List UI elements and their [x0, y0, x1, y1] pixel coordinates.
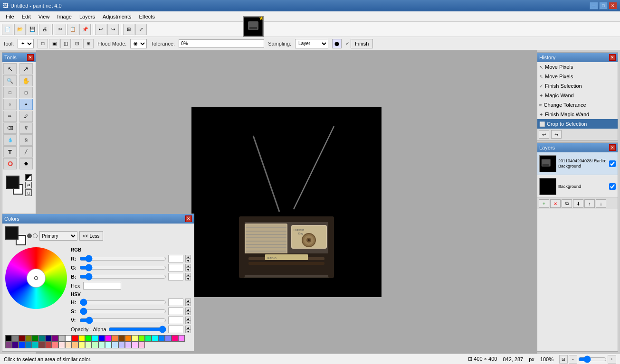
palette-color[interactable] — [58, 342, 65, 348]
layer-item-0[interactable]: 20110404204028! Radio: Background — [537, 152, 618, 175]
palette-color[interactable] — [5, 335, 12, 342]
palette-color[interactable] — [118, 335, 125, 342]
r-up[interactable]: ▲ — [185, 255, 191, 259]
layers-close-btn[interactable]: ✕ — [609, 144, 616, 151]
s-up[interactable]: ▲ — [185, 308, 191, 311]
palette-color[interactable] — [92, 342, 98, 348]
selection-replace[interactable]: □ — [38, 39, 48, 48]
opacity-down[interactable]: ▼ — [185, 329, 191, 333]
palette-color[interactable] — [92, 335, 98, 342]
tool-move[interactable]: ↗ — [19, 63, 33, 75]
tool-pan[interactable]: ✋ — [19, 75, 33, 86]
tool-fill[interactable]: ∇ — [19, 122, 33, 134]
palette-color[interactable] — [98, 342, 105, 348]
tool-magic-wand[interactable]: ✦ — [19, 99, 33, 110]
selection-subtract[interactable]: ◫ — [60, 39, 71, 48]
palette-color[interactable] — [78, 335, 85, 342]
color-wheel-container[interactable] — [5, 247, 67, 309]
palette-color[interactable] — [12, 342, 19, 348]
merge-layer-btn[interactable]: ⬇ — [573, 199, 583, 208]
palette-color[interactable] — [138, 342, 145, 348]
g-value[interactable]: 17 — [168, 264, 183, 271]
palette-color[interactable] — [32, 335, 38, 342]
history-item-6[interactable]: ⬜ Crop to Selection — [537, 119, 618, 129]
save-btn[interactable]: 💾 — [27, 24, 38, 35]
tolerance-input[interactable] — [179, 39, 264, 48]
palette-color[interactable] — [25, 342, 32, 348]
palette-color[interactable] — [105, 342, 112, 348]
maximize-btn[interactable]: □ — [599, 2, 608, 9]
palette-color[interactable] — [98, 335, 105, 342]
tool-line[interactable]: ╱ — [19, 146, 33, 158]
palette-color[interactable] — [5, 342, 12, 348]
h-slider[interactable] — [79, 299, 166, 305]
h-value[interactable]: 0 — [168, 299, 183, 306]
layer-visibility-1[interactable] — [609, 183, 616, 190]
hex-input[interactable]: 111111 — [83, 282, 121, 289]
tool-ellipse-select[interactable]: ◻ — [19, 87, 33, 98]
tool-zoom[interactable]: 🔍 — [3, 75, 17, 86]
menu-layers[interactable]: Layers — [76, 13, 99, 20]
reset-colors-btn[interactable] — [25, 174, 32, 181]
tool-arrow[interactable]: ↖ — [3, 63, 17, 75]
opacity-slider[interactable] — [108, 327, 166, 332]
b-up[interactable]: ▲ — [185, 273, 191, 277]
menu-file[interactable]: File — [2, 13, 18, 20]
selection-invert[interactable]: ⊞ — [83, 39, 94, 48]
v-down[interactable]: ▼ — [185, 320, 191, 324]
tool-shapes[interactable]: ⭕ — [3, 158, 17, 169]
tool-pencil[interactable]: ✏ — [3, 111, 17, 122]
close-btn[interactable]: ✕ — [609, 2, 617, 9]
palette-color[interactable] — [172, 335, 178, 342]
opacity-up[interactable]: ▲ — [185, 326, 191, 329]
layer-item-1[interactable]: Background — [537, 175, 618, 198]
add-layer-btn[interactable]: + — [539, 199, 549, 208]
palette-color[interactable] — [132, 335, 138, 342]
menu-effects[interactable]: Effects — [135, 13, 159, 20]
r-down[interactable]: ▼ — [185, 259, 191, 262]
v-value[interactable]: 7 — [168, 317, 183, 324]
palette-color[interactable] — [19, 335, 25, 342]
b-slider[interactable] — [79, 274, 166, 280]
history-undo-btn[interactable]: ↩ — [539, 130, 549, 139]
tool-selector[interactable]: ✦ — [18, 39, 34, 48]
menu-image[interactable]: Image — [53, 13, 76, 20]
print-btn[interactable]: 🖨 — [39, 24, 50, 35]
palette-color[interactable] — [112, 342, 118, 348]
swap-colors-btn[interactable]: ⇄ — [25, 182, 32, 188]
tool-lasso[interactable]: ○ — [3, 99, 17, 110]
resize-btn[interactable]: ⤢ — [135, 24, 147, 35]
tool-brush[interactable]: 🖊 — [19, 111, 33, 122]
palette-color[interactable] — [132, 342, 138, 348]
palette-color[interactable] — [52, 342, 58, 348]
history-item-4[interactable]: ≈ Change Tolerance — [537, 100, 618, 110]
primary-color-swatch[interactable] — [6, 176, 19, 189]
palette-color[interactable] — [38, 335, 45, 342]
open-btn[interactable]: 📂 — [14, 24, 26, 35]
tool-gradient[interactable]: ⬟ — [19, 158, 33, 169]
palette-color[interactable] — [38, 342, 45, 348]
palette-color[interactable] — [58, 335, 65, 342]
history-redo-btn[interactable]: ↪ — [551, 130, 562, 139]
history-item-5[interactable]: ✦ Finish Magic Wand — [537, 110, 618, 119]
palette-color[interactable] — [152, 335, 158, 342]
sampling-selector[interactable]: Layer — [295, 39, 328, 48]
v-slider[interactable] — [79, 317, 166, 323]
finish-button[interactable]: Finish — [351, 39, 373, 48]
g-down[interactable]: ▼ — [185, 268, 191, 271]
zoom-fit-btn[interactable]: ⊡ — [559, 355, 568, 364]
tool-rect-select[interactable]: □ — [3, 87, 17, 98]
tool-eyedropper[interactable]: 💧 — [3, 134, 17, 146]
transparent-btn[interactable]: ◻ — [25, 189, 32, 196]
opacity-value[interactable]: 255 — [168, 326, 183, 333]
palette-color[interactable] — [45, 335, 52, 342]
palette-color[interactable] — [112, 335, 118, 342]
tools-close-btn[interactable]: ✕ — [27, 54, 34, 61]
layer-visibility-0[interactable] — [609, 160, 616, 167]
menu-view[interactable]: View — [35, 13, 54, 20]
minimize-btn[interactable]: ─ — [590, 2, 598, 9]
crop-btn[interactable]: ⊞ — [123, 24, 134, 35]
palette-color[interactable] — [12, 335, 19, 342]
palette-color[interactable] — [118, 342, 125, 348]
menu-adjustments[interactable]: Adjustments — [99, 13, 135, 20]
